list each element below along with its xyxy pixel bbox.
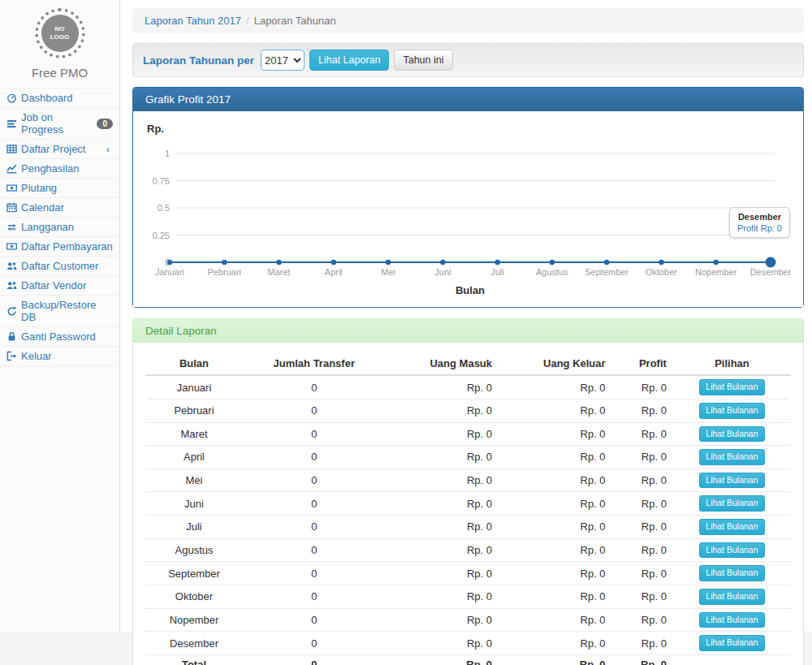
lihat-bulanan-button[interactable]: Lihat Bulanan	[699, 612, 764, 628]
lihat-bulanan-button[interactable]: Lihat Bulanan	[699, 565, 764, 581]
brand-name: Free PMO	[0, 66, 119, 80]
lihat-bulanan-button[interactable]: Lihat Bulanan	[699, 426, 764, 443]
line-chart-icon	[6, 163, 17, 174]
table-row: Oktober0Rp. 0Rp. 0Rp. 0Lihat Bulanan	[145, 585, 791, 609]
lihat-bulanan-button[interactable]: Lihat Bulanan	[699, 379, 764, 395]
cell-jumlah-transfer: 0	[243, 469, 386, 492]
users-icon	[6, 280, 17, 291]
cell-bulan: Total	[145, 654, 243, 665]
cell-bulan: Agustus	[145, 538, 243, 562]
data-point-juni[interactable]	[440, 260, 446, 266]
sidebar-item-daftar-customer[interactable]: Daftar Customer	[0, 257, 119, 276]
cell-pilihan: Lihat Bulanan	[673, 632, 791, 655]
cell-uang-keluar: Rp. 0	[499, 399, 612, 422]
sidebar-item-daftar-pembayaran[interactable]: Daftar Pembayaran	[0, 237, 119, 257]
header-jumlah-transfer: Jumlah Transfer	[243, 352, 386, 375]
chart-tooltip: Desember Profit Rp: 0	[729, 207, 790, 238]
table-row: Januari0Rp. 0Rp. 0Rp. 0Lihat Bulanan	[145, 375, 791, 399]
lihat-bulanan-button[interactable]: Lihat Bulanan	[699, 449, 764, 465]
cell-uang-masuk: Rp. 0	[386, 608, 499, 632]
sidebar-item-penghasilan[interactable]: Penghasilan	[0, 159, 119, 179]
sidebar-item-label: Calendar	[21, 201, 64, 214]
cell-profit: Rp. 0	[612, 632, 673, 655]
data-point-agustus[interactable]	[550, 260, 555, 266]
tooltip-month: Desember	[737, 212, 782, 222]
filter-label: Laporan Tahunan per	[143, 54, 254, 67]
sidebar-item-ganti-password[interactable]: Ganti Password	[0, 327, 119, 347]
app-window: NO LOGO Free PMO DashboardJob on Progres…	[0, 0, 812, 632]
data-point-april[interactable]	[331, 260, 337, 266]
sidebar-item-daftar-project[interactable]: Daftar Project‹	[0, 140, 119, 159]
sidebar-item-label: Backup/Restore DB	[21, 299, 113, 323]
data-point-september[interactable]	[604, 260, 610, 266]
data-point-pebruari[interactable]	[222, 260, 227, 266]
cell-uang-masuk: Rp. 0	[386, 538, 499, 562]
lihat-bulanan-button[interactable]: Lihat Bulanan	[699, 589, 764, 605]
cell-uang-masuk: Rp. 0	[386, 492, 499, 516]
data-point-oktober[interactable]	[659, 260, 664, 266]
chart-label: September	[585, 267, 628, 277]
lihat-bulanan-button[interactable]: Lihat Bulanan	[699, 519, 764, 535]
job-count-badge: 0	[97, 119, 113, 129]
cell-profit: Rp. 0	[612, 654, 673, 665]
chart-label: Oktober	[646, 267, 677, 277]
data-point-mei[interactable]	[386, 260, 391, 266]
cell-jumlah-transfer: 0	[243, 562, 386, 585]
sidebar-item-calendar[interactable]: Calendar	[0, 198, 119, 218]
chart-label: 1	[165, 149, 170, 158]
header-profit: Profit	[612, 352, 673, 375]
lihat-bulanan-button[interactable]: Lihat Bulanan	[699, 473, 764, 489]
sidebar-item-label: Langganan	[21, 221, 74, 233]
table-icon	[6, 144, 17, 154]
tooltip-value: Profit Rp: 0	[737, 223, 782, 233]
data-point-nopember[interactable]	[713, 260, 719, 266]
sidebar-item-langganan[interactable]: Langganan	[0, 218, 119, 237]
breadcrumb-link-laporan-tahun[interactable]: Laporan Tahun 2017	[145, 15, 241, 27]
sidebar-item-keluar[interactable]: Keluar	[0, 347, 119, 366]
sidebar-item-backup-restore-db[interactable]: Backup/Restore DB	[0, 296, 119, 327]
data-point-januari[interactable]	[167, 260, 173, 266]
table-row: Desember0Rp. 0Rp. 0Rp. 0Lihat Bulanan	[145, 632, 791, 655]
sidebar-item-dashboard[interactable]: Dashboard	[0, 89, 119, 108]
retweet-icon	[6, 222, 17, 232]
cell-uang-keluar: Rp. 0	[499, 608, 612, 632]
cell-bulan: Mei	[145, 469, 243, 492]
cell-uang-masuk: Rp. 0	[386, 654, 499, 665]
data-point-maret[interactable]	[276, 260, 282, 266]
header-bulan: Bulan	[145, 352, 243, 375]
cell-uang-keluar: Rp. 0	[499, 375, 612, 399]
cell-bulan: Juni	[145, 492, 243, 516]
lihat-bulanan-button[interactable]: Lihat Bulanan	[699, 542, 764, 559]
lihat-bulanan-button[interactable]: Lihat Bulanan	[699, 635, 764, 651]
cell-uang-masuk: Rp. 0	[386, 375, 499, 399]
report-filter-bar: Laporan Tahunan per 2017 Lihat Laporan T…	[132, 43, 804, 77]
table-header-row: Bulan Jumlah Transfer Uang Masuk Uang Ke…	[145, 352, 791, 375]
cell-bulan: April	[145, 446, 243, 469]
money-icon	[6, 183, 17, 193]
lihat-bulanan-button[interactable]: Lihat Bulanan	[699, 495, 764, 512]
profit-line-chart: Rp.00.250.50.751JanuariPebruariMaretApri…	[145, 119, 791, 300]
sidebar-item-piutang[interactable]: Piutang	[0, 179, 119, 198]
cell-profit: Rp. 0	[612, 399, 673, 422]
data-point-juli[interactable]	[495, 260, 500, 266]
cell-uang-keluar: Rp. 0	[499, 562, 612, 585]
cell-uang-keluar: Rp. 0	[499, 654, 612, 665]
sidebar-item-label: Dashboard	[21, 92, 73, 104]
chart-label: 0.5	[158, 203, 170, 213]
chart-label: Agustus	[536, 267, 568, 277]
cell-uang-masuk: Rp. 0	[386, 585, 499, 609]
cell-pilihan: Lihat Bulanan	[673, 492, 791, 516]
table-row: Juni0Rp. 0Rp. 0Rp. 0Lihat Bulanan	[145, 492, 791, 516]
sidebar-item-daftar-vendor[interactable]: Daftar Vendor	[0, 276, 119, 296]
table-row: Nopember0Rp. 0Rp. 0Rp. 0Lihat Bulanan	[145, 608, 791, 632]
year-select[interactable]: 2017	[261, 50, 304, 71]
cell-profit: Rp. 0	[612, 375, 673, 399]
chart-label: Januari	[155, 267, 184, 277]
lihat-bulanan-button[interactable]: Lihat Bulanan	[699, 403, 764, 419]
sidebar-item-job-on-progress[interactable]: Job on Progress0	[0, 108, 119, 140]
data-point-desember[interactable]	[766, 257, 776, 268]
lihat-laporan-button[interactable]: Lihat Laporan	[309, 50, 389, 71]
tahun-ini-button[interactable]: Tahun ini	[394, 50, 452, 71]
chart-panel-body: Rp.00.250.50.751JanuariPebruariMaretApri…	[133, 111, 803, 307]
chart-label: 0.75	[153, 176, 170, 186]
